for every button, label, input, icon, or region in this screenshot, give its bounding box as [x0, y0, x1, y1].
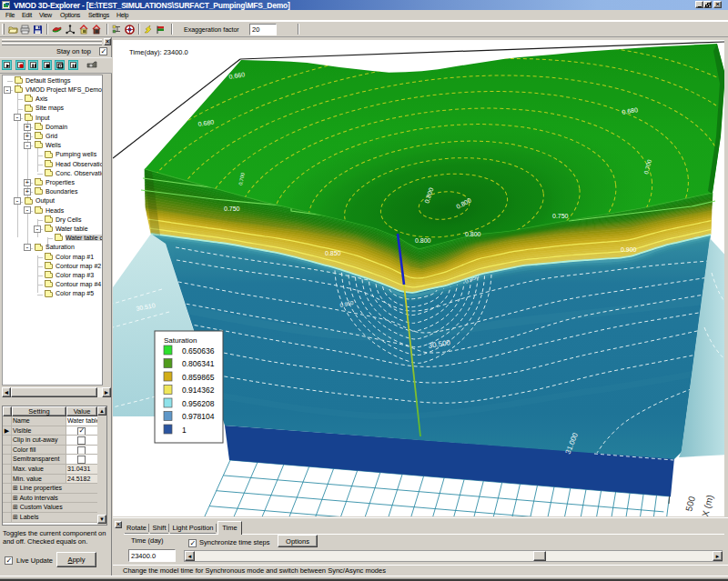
svg-text:0.750: 0.750 — [552, 213, 569, 219]
svg-text:0.800: 0.800 — [465, 231, 481, 237]
svg-text:0.859865: 0.859865 — [182, 373, 215, 382]
svg-text:0.850: 0.850 — [325, 250, 341, 256]
svg-text:0.956208: 0.956208 — [182, 399, 215, 408]
svg-text:0.800: 0.800 — [415, 237, 431, 244]
svg-text:0.750: 0.750 — [224, 205, 240, 212]
svg-text:0.900: 0.900 — [621, 246, 637, 253]
svg-text:Saturation: Saturation — [164, 336, 197, 345]
svg-text:0.914362: 0.914362 — [182, 386, 215, 395]
svg-text:0.806341: 0.806341 — [182, 359, 215, 368]
svg-text:0.650636: 0.650636 — [182, 346, 215, 356]
svg-text:1: 1 — [182, 426, 187, 435]
svg-text:Time(day): 23400.0: Time(day): 23400.0 — [129, 48, 188, 56]
svg-text:0.978104: 0.978104 — [182, 412, 215, 421]
